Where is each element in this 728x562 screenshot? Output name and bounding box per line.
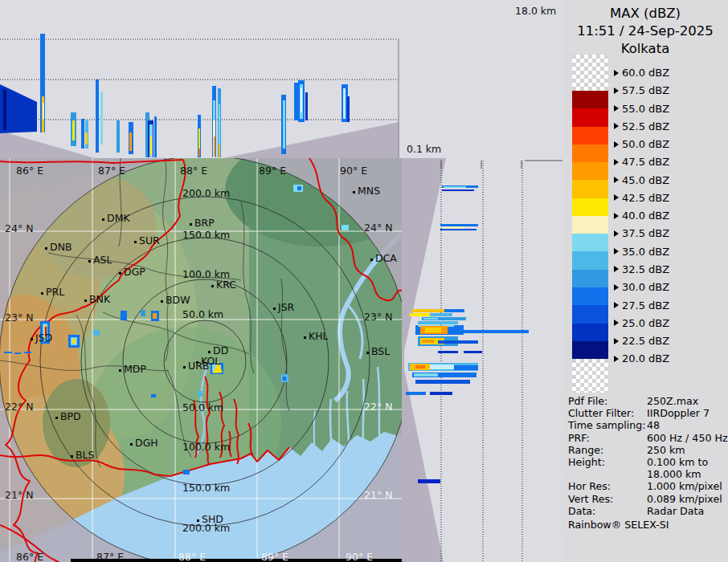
city-dot-icon <box>370 259 373 261</box>
info-label: Clutter Filter: <box>568 407 634 419</box>
out-of-range-lens-left <box>0 131 95 158</box>
city-code-label: JSR <box>278 301 294 313</box>
info-label: PRF: <box>568 432 590 444</box>
city-dot-icon <box>273 307 276 310</box>
scale-band <box>572 287 608 305</box>
city-dot-icon <box>353 191 355 193</box>
latitude-label: 24° N <box>364 222 392 234</box>
info-label: Height: <box>568 456 605 468</box>
info-row: Time sampling:48 <box>562 419 728 431</box>
out-of-range-lens-right <box>223 122 399 158</box>
city-code-label: DMK <box>107 212 130 224</box>
city-dot-icon <box>183 366 186 369</box>
software-brand: Rainbow® SELEX-SI <box>568 519 669 531</box>
city-dot-icon <box>130 443 133 446</box>
info-value: 48 <box>647 419 660 431</box>
scale-band <box>572 216 608 234</box>
longitude-label: 87° E <box>96 551 124 562</box>
info-row: PRF:600 Hz / 450 Hz <box>562 432 728 444</box>
scale-level-label: 45.0 dBZ <box>614 174 669 186</box>
city-dot-icon <box>71 455 73 458</box>
scale-level-label: 25.0 dBZ <box>614 317 669 329</box>
longitude-label: 90° E <box>346 551 373 562</box>
info-value: 1.000 km/pixel <box>647 480 722 492</box>
scale-level-label: 37.5 dBZ <box>614 227 669 239</box>
level-tick-arrow-icon <box>614 356 619 362</box>
city-code-label: BLS <box>76 449 94 461</box>
city-dot-icon <box>55 417 58 419</box>
city-dot-icon <box>88 260 91 263</box>
city-code-label: URB <box>188 360 209 372</box>
city-code-label: BNK <box>89 293 110 305</box>
ew-height-profile-panel <box>0 0 399 158</box>
info-row: Range:250 km <box>562 444 728 456</box>
city-code-label: BSL <box>371 345 390 357</box>
info-value: IIRDoppler 7 <box>647 407 710 419</box>
info-row: Clutter Filter:IIRDoppler 7 <box>562 407 728 419</box>
info-label: Data: <box>568 505 595 517</box>
info-value: 600 Hz / 450 Hz <box>647 432 728 444</box>
city-dot-icon <box>45 247 47 250</box>
info-label: Pdf File: <box>568 395 607 407</box>
city-code-label: SUR <box>139 234 160 246</box>
level-tick-arrow-icon <box>614 230 619 237</box>
city-dot-icon <box>119 272 121 275</box>
info-label: Time sampling: <box>568 419 646 431</box>
latitude-label: 23° N <box>5 312 33 324</box>
radar-app-window: { "panels": { "top_axis_label": "18.0 km… <box>0 0 728 562</box>
info-value: 0.100 km to <box>647 456 708 468</box>
latitude-label: 22° N <box>5 401 33 413</box>
city-code-label: SHD <box>202 513 223 525</box>
level-tick-arrow-icon <box>614 194 619 201</box>
scale-level-label: 27.5 dBZ <box>614 299 669 312</box>
level-tick-arrow-icon <box>614 266 619 272</box>
level-tick-arrow-icon <box>614 248 619 255</box>
city-code-label: DNB <box>50 241 72 253</box>
info-value: 0.089 km/pixel <box>647 493 722 505</box>
level-tick-arrow-icon <box>614 177 619 183</box>
range-ring-label: 200.0 km <box>182 187 230 199</box>
scale-band <box>572 234 608 251</box>
panel-gap <box>399 0 562 158</box>
scale-band <box>572 180 608 198</box>
city-code-label: MNS <box>358 185 380 197</box>
city-dot-icon <box>197 519 199 522</box>
ns-profile-graphic <box>402 158 571 562</box>
scale-level-label: 32.5 dBZ <box>614 263 669 275</box>
longitude-label: 89° E <box>261 551 288 562</box>
longitude-label: 86° E <box>16 551 43 562</box>
scale-band <box>572 305 608 323</box>
city-dot-icon <box>102 218 104 221</box>
ew-echo-bars <box>0 34 350 157</box>
height-axis-max-label: 18.0 km <box>515 5 556 17</box>
info-label: Range: <box>568 444 603 456</box>
info-row: Vert Res:0.089 km/pixel <box>562 493 728 505</box>
scale-band <box>572 341 608 359</box>
city-dot-icon <box>31 338 33 340</box>
scale-level-label: 20.0 dBZ <box>614 352 669 364</box>
latitude-label: 21° N <box>5 489 33 501</box>
city-code-label: ASL <box>93 254 112 266</box>
city-code-label: KHL <box>309 330 329 342</box>
level-tick-arrow-icon <box>614 213 619 219</box>
info-value: 250Z.max <box>647 395 698 407</box>
city-code-label: DCA <box>375 252 397 264</box>
longitude-label: 90° E <box>340 165 367 177</box>
longitude-label: 89° E <box>259 165 286 177</box>
city-dot-icon <box>211 285 214 287</box>
scale-band-below-min <box>572 359 608 393</box>
longitude-label: 87° E <box>98 165 125 177</box>
info-row: Hor Res:1.000 km/pixel <box>562 480 728 492</box>
info-value: 18.000 km <box>647 468 701 480</box>
ew-profile-graphic <box>0 0 399 158</box>
scale-level-label: 40.0 dBZ <box>614 210 669 222</box>
range-ring-label: 150.0 km <box>182 482 230 494</box>
height-axis-min-label: 0.1 km <box>407 143 441 155</box>
info-label: Vert Res: <box>568 493 613 505</box>
out-of-range-lens <box>402 158 446 562</box>
city-code-label: DGP <box>124 266 145 278</box>
level-tick-arrow-icon <box>614 338 619 344</box>
city-code-label: BPD <box>60 410 81 422</box>
scale-band <box>572 198 608 216</box>
latitude-label: 23° N <box>364 311 392 323</box>
